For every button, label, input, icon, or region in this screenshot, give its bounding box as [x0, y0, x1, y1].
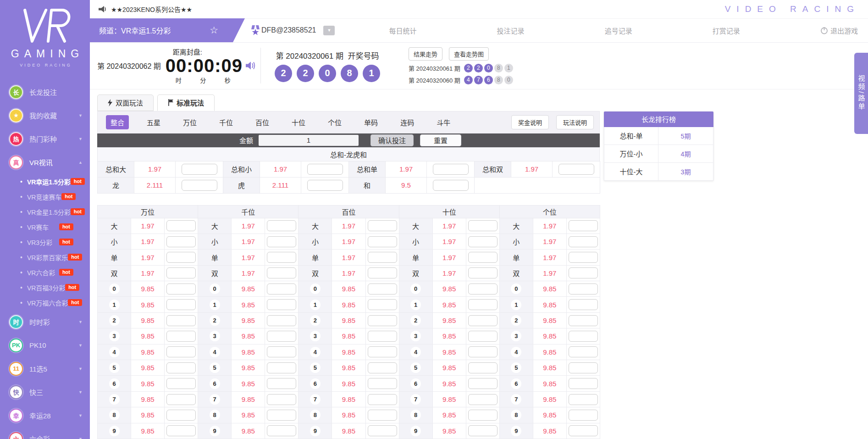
bet-odds[interactable]: 9.85: [232, 376, 265, 391]
bet-input[interactable]: [166, 299, 196, 310]
bet-odds[interactable]: 9.85: [533, 407, 566, 423]
sidebar-item[interactable]: 真VR视讯▲: [0, 150, 90, 174]
bet-input[interactable]: [468, 362, 498, 373]
sidebar-item[interactable]: 快快三▼: [0, 380, 90, 404]
bet-input[interactable]: [267, 378, 296, 389]
bet-odds[interactable]: 9.5: [386, 177, 427, 193]
bet-odds[interactable]: 9.85: [232, 312, 265, 328]
bet-odds[interactable]: 1.97: [432, 250, 466, 265]
bet-odds[interactable]: 9.85: [332, 297, 365, 312]
bet-input[interactable]: [368, 362, 397, 373]
bet-input[interactable]: [368, 346, 397, 357]
subtab[interactable]: 千位: [215, 115, 238, 129]
bet-odds[interactable]: 9.85: [332, 281, 365, 297]
bet-input[interactable]: [166, 236, 196, 247]
bet-input[interactable]: [569, 236, 598, 247]
bet-odds[interactable]: 9.85: [533, 281, 566, 297]
bet-input[interactable]: [166, 346, 196, 357]
bet-odds[interactable]: 1.97: [386, 161, 427, 177]
subtab[interactable]: 连码: [396, 115, 419, 129]
sidebar-subitem[interactable]: •VR百福3分彩hot: [0, 280, 90, 295]
user-dropdown-button[interactable]: ▼: [323, 26, 335, 35]
bet-input[interactable]: [166, 378, 196, 389]
bet-input[interactable]: [267, 315, 296, 326]
sidebar-item[interactable]: 幸幸运28▼: [0, 404, 90, 427]
bet-odds[interactable]: 1.97: [232, 250, 265, 265]
bet-input[interactable]: [267, 394, 296, 405]
bet-input[interactable]: [569, 346, 598, 357]
bet-input[interactable]: [468, 331, 498, 342]
amount-input[interactable]: [259, 135, 359, 146]
sidebar-item[interactable]: ★我的收藏▼: [0, 104, 90, 127]
bet-input[interactable]: [569, 299, 598, 310]
bet-input[interactable]: [267, 425, 296, 436]
bet-odds[interactable]: 1.97: [131, 265, 165, 281]
bet-odds[interactable]: 1.97: [131, 250, 165, 265]
bet-odds[interactable]: 9.85: [232, 328, 265, 344]
bet-input[interactable]: [166, 331, 196, 342]
bet-odds[interactable]: 9.85: [232, 344, 265, 360]
bet-odds[interactable]: 9.85: [432, 407, 466, 423]
sidebar-item[interactable]: 六六合彩▼: [0, 427, 90, 439]
bet-odds[interactable]: 1.97: [533, 250, 566, 265]
volume-icon[interactable]: [245, 61, 256, 71]
bet-input[interactable]: [368, 410, 397, 421]
bet-input[interactable]: [307, 180, 343, 191]
bet-odds[interactable]: 9.85: [232, 360, 265, 376]
bet-input[interactable]: [166, 425, 196, 436]
logout-button[interactable]: 退出游戏: [820, 26, 858, 35]
bet-input[interactable]: [166, 362, 196, 373]
bet-odds[interactable]: 9.85: [131, 407, 165, 423]
bet-odds[interactable]: 1.97: [332, 250, 365, 265]
bet-odds[interactable]: 9.85: [332, 312, 365, 328]
bet-input[interactable]: [468, 220, 498, 231]
bet-odds[interactable]: 1.97: [332, 218, 365, 233]
bet-odds[interactable]: 1.97: [533, 218, 566, 233]
bet-odds[interactable]: 1.97: [432, 218, 466, 233]
sidebar-subitem[interactable]: •VR六合彩hot: [0, 265, 90, 280]
bet-input[interactable]: [267, 267, 296, 278]
bet-input[interactable]: [368, 425, 397, 436]
bet-input[interactable]: [166, 394, 196, 405]
bet-input[interactable]: [182, 180, 217, 191]
bet-odds[interactable]: 9.85: [432, 281, 466, 297]
bet-odds[interactable]: 9.85: [232, 407, 265, 423]
sidebar-subitem[interactable]: •VR彩票百家乐hot: [0, 250, 90, 265]
bet-odds[interactable]: 9.85: [332, 423, 365, 439]
bet-input[interactable]: [267, 252, 296, 263]
bet-input[interactable]: [569, 220, 598, 231]
bet-input[interactable]: [267, 346, 296, 357]
bet-odds[interactable]: 1.97: [232, 218, 265, 233]
bet-odds[interactable]: 1.97: [533, 265, 566, 281]
subtab[interactable]: 整合: [106, 115, 129, 129]
bet-input[interactable]: [468, 346, 498, 357]
bet-odds[interactable]: 9.85: [232, 297, 265, 312]
bet-odds[interactable]: 9.85: [232, 391, 265, 407]
bet-input[interactable]: [166, 283, 196, 295]
video-roadmap-tab[interactable]: 视频/路单: [854, 53, 868, 134]
bet-input[interactable]: [267, 236, 296, 247]
bet-input[interactable]: [166, 267, 196, 278]
bet-odds[interactable]: 9.85: [432, 376, 466, 391]
bet-input[interactable]: [368, 252, 397, 263]
sidebar-subitem[interactable]: •VR竞速赛车hot: [0, 189, 90, 204]
bet-odds[interactable]: 9.85: [131, 328, 165, 344]
bet-input[interactable]: [468, 394, 498, 405]
bet-input[interactable]: [368, 283, 397, 295]
bet-input[interactable]: [468, 425, 498, 436]
bet-odds[interactable]: 9.85: [533, 360, 566, 376]
bet-odds[interactable]: 1.97: [432, 233, 466, 249]
sidebar-item[interactable]: 长长龙投注: [0, 80, 90, 104]
bet-input[interactable]: [468, 283, 498, 295]
bet-odds[interactable]: 9.85: [232, 423, 265, 439]
subtab[interactable]: 个位: [323, 115, 346, 129]
bet-input[interactable]: [468, 236, 498, 247]
bet-odds[interactable]: 9.85: [432, 312, 466, 328]
bet-odds[interactable]: 1.97: [332, 233, 365, 249]
bet-odds[interactable]: 9.85: [432, 344, 466, 360]
bet-odds[interactable]: 9.85: [533, 297, 566, 312]
bet-odds[interactable]: 1.97: [260, 161, 301, 177]
sidebar-subitem[interactable]: •VR赛车hot: [0, 219, 90, 234]
bet-odds[interactable]: 1.97: [232, 233, 265, 249]
tab-双面玩法[interactable]: 双面玩法: [97, 94, 154, 111]
